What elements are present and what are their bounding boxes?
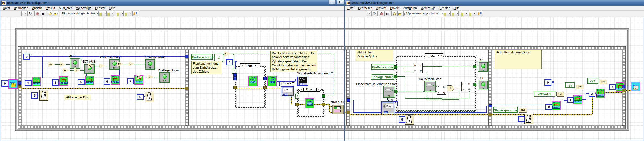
case-prev-icon[interactable]: ◄: [425, 54, 428, 58]
comment-schreiben[interactable]: Schreiben der Ausgänge: [495, 50, 542, 69]
menu-hilfe[interactable]: Hilfe: [107, 6, 117, 10]
font-selector[interactable]: 15pt Anwendungsschriftart▾: [404, 11, 443, 16]
not-equal-zero-node[interactable]: ≠0: [63, 68, 70, 73]
indicator-label[interactable]: Steuerspannung: [99, 56, 121, 59]
bit-number-constant[interactable]: 1: [567, 97, 574, 103]
led-indicator-aus[interactable]: TF: [70, 58, 80, 68]
distribute-objects-button[interactable]: ▾: [451, 11, 458, 16]
bit-number-constant[interactable]: 2: [52, 79, 59, 86]
indicator-label[interactable]: NOT-AUS: [82, 60, 96, 63]
numeric-constant[interactable]: 0: [545, 104, 552, 110]
local-variable-endlage-hinten[interactable]: Endlage hinten: [371, 74, 394, 80]
menu-projekt[interactable]: Projekt: [44, 6, 57, 10]
case-selector-1[interactable]: ◄ True ▼ ►: [240, 63, 260, 68]
pclab-wt-bit-vi[interactable]: PC-LAB +WT-Bit: [552, 101, 561, 110]
pclab-rd-bit-vi[interactable]: PC-LAB +RD-Bit: [59, 76, 68, 86]
menu-bearbeiten[interactable]: Bearbeiten: [12, 6, 30, 10]
block-diagram-right[interactable]: 0 DRIVER 0 1 PC-LAB +RD-Bit 2 PC-LAB +RD…: [345, 16, 644, 140]
run-button[interactable]: ⇨: [22, 11, 28, 16]
cleanup-diagram-button[interactable]: [132, 11, 139, 16]
not-node[interactable]: ¬: [129, 62, 135, 66]
led-indicator-y1[interactable]: TF: [478, 80, 488, 90]
case-structure-1[interactable]: [235, 66, 266, 108]
pause-button[interactable]: ▮▮: [40, 11, 46, 16]
not-node[interactable]: ¬: [74, 68, 80, 73]
pclab-rd-bit-vi[interactable]: PC-LAB +RD-Bit: [85, 76, 94, 85]
case-next-icon[interactable]: ►: [257, 64, 260, 68]
menu-ansicht[interactable]: Ansicht: [30, 6, 44, 10]
y2-label[interactable]: -Y2: [479, 58, 484, 62]
pclab-rd-bit-vi[interactable]: PC-LAB +RD-Bit: [111, 76, 120, 85]
wait-ms-constant[interactable]: 5: [31, 92, 38, 98]
wait-ms-vi[interactable]: [405, 114, 414, 125]
menu-ansicht[interactable]: Ansicht: [374, 6, 388, 10]
menu-hilfe[interactable]: Hilfe: [452, 6, 462, 10]
run-continuous-button[interactable]: ↻: [28, 11, 33, 16]
run-continuous-button[interactable]: ↻: [372, 11, 378, 16]
start-button-label[interactable]: Einzelfahrt/Dauerbetrieb Start: [356, 82, 397, 86]
resize-objects-button[interactable]: ▾: [116, 11, 124, 16]
bool-to-number-node[interactable]: ?1:0: [556, 92, 564, 97]
stop-button-terminal[interactable]: TF: [424, 81, 436, 92]
run-button[interactable]: ⇨: [366, 11, 372, 16]
minimize-button[interactable]: [328, 0, 336, 4]
menu-projekt[interactable]: Projekt: [388, 6, 401, 10]
menu-fenster[interactable]: Fenster: [93, 6, 107, 10]
reorder-objects-button[interactable]: ▾: [124, 11, 132, 16]
step-into-button[interactable]: ↓: [397, 11, 403, 16]
abort-button[interactable]: [34, 11, 40, 16]
local-variable-y2[interactable]: -Y2: [587, 78, 598, 84]
ring-label[interactable]: Ring: [387, 98, 393, 101]
pclab-wt-bit-vi[interactable]: PC-LAB +WT-Bit: [574, 95, 582, 104]
numeric-constant[interactable]: 0: [544, 79, 551, 86]
stop-button-label[interactable]: Daubetrieb Stop: [419, 78, 441, 81]
comment-note[interactable]: Das Einlesen des Zählers sollte parallel…: [270, 50, 317, 72]
bit-number-constant[interactable]: 1: [25, 80, 32, 86]
case-selector-2[interactable]: ◄ True ▼ ►: [300, 87, 320, 92]
highlight-execution-button[interactable]: [392, 11, 397, 16]
menu-ausfuehren[interactable]: Ausführen: [57, 6, 74, 10]
numeric-constant[interactable]: 0: [226, 59, 233, 65]
reorder-objects-button[interactable]: ▾: [468, 11, 476, 16]
distribute-objects-button[interactable]: ▾: [106, 11, 114, 16]
case-selector-cycle[interactable]: ◄ 2.. ▼ ►: [425, 54, 444, 58]
menu-werkzeuge[interactable]: Werkzeuge: [419, 6, 438, 10]
local-variable-not-aus[interactable]: NOT-AUS: [534, 91, 555, 97]
pause-button[interactable]: ▮▮: [384, 11, 390, 16]
menu-bearbeiten[interactable]: Bearbeiten: [356, 6, 374, 10]
wait-ms-constant[interactable]: 5: [137, 94, 144, 100]
ring-control[interactable]: Ring U16: [381, 101, 395, 114]
wait-ms-constant[interactable]: 5: [518, 116, 525, 122]
font-selector[interactable]: 15pt Anwendungsschriftart▾: [60, 11, 99, 16]
local-variable-y1[interactable]: -Y1: [564, 82, 575, 88]
not-equal-zero-node[interactable]: ≠0: [118, 61, 124, 66]
error-out-cluster-indicator[interactable]: [332, 104, 344, 114]
indicator-label[interactable]: Endlage vorne: [146, 56, 166, 59]
align-objects-button[interactable]: ▾: [443, 11, 451, 16]
pclab-rd-bit-vi[interactable]: PC-LAB +RD-Bit: [32, 77, 41, 86]
pclab-event-read-vi[interactable]: PC-LAB EVENT READ: [267, 76, 277, 86]
feedback-node[interactable]: → ∗: [214, 54, 224, 62]
chevron-down-icon[interactable]: ▼: [438, 55, 440, 57]
resize-objects-button[interactable]: ▾: [460, 11, 468, 16]
bit-number-constant[interactable]: 7: [127, 78, 134, 84]
menu-datei[interactable]: Datei: [345, 6, 356, 10]
numeric-constant[interactable]: 0: [23, 54, 30, 60]
rs-flipflop[interactable]: RQSQ̅: [436, 85, 446, 95]
y1-label[interactable]: -Y1: [479, 76, 484, 80]
comment-abfrage[interactable]: Abfrage der DIs: [64, 95, 91, 100]
rs-flipflop[interactable]: RQSQ̅: [413, 63, 422, 73]
not-equal-zero-node[interactable]: ≠0: [48, 62, 55, 67]
case-next-icon[interactable]: ►: [440, 54, 443, 58]
not-node[interactable]: ¬: [60, 62, 66, 67]
not-node[interactable]: ¬: [148, 74, 154, 79]
counts-indicator[interactable]: 1.23 U32: [281, 86, 294, 96]
step-into-button[interactable]: ↓: [53, 11, 59, 16]
local-variable-endlage-vorne[interactable]: Endlage vorne: [192, 54, 212, 60]
rs-flipflop[interactable]: RQSQ̅: [462, 82, 471, 92]
chevron-down-icon[interactable]: ▼: [254, 65, 257, 66]
and-gate[interactable]: ∧: [447, 85, 454, 91]
menu-datei[interactable]: Datei: [1, 6, 12, 10]
indicator-label[interactable]: Endlage hinten: [158, 69, 179, 72]
case-next-icon[interactable]: ►: [316, 88, 320, 91]
